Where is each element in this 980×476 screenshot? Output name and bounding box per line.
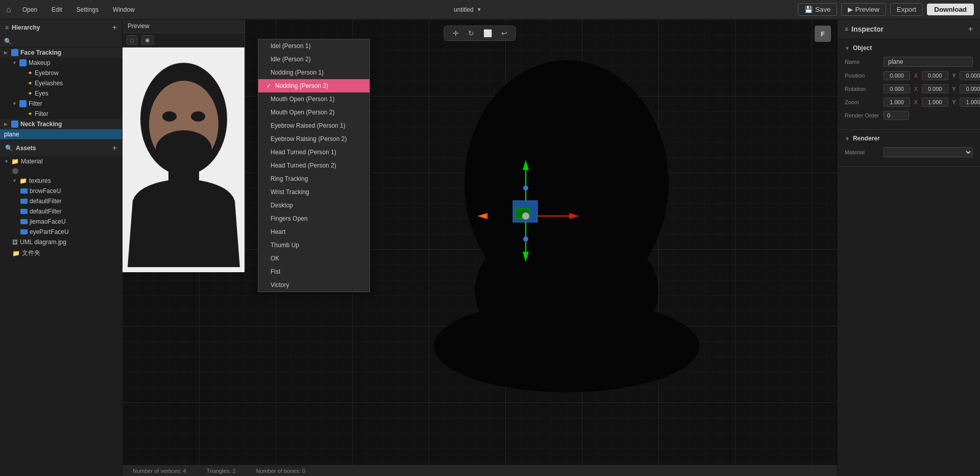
dropdown-item-victory[interactable]: Victory [258,278,370,292]
toolbar-3d-scale[interactable]: ⬜ [481,28,494,38]
asset-item-eyePartFaceU[interactable]: eyePartFaceU [0,227,122,237]
eyePartFaceU-icon [20,229,28,234]
home-icon[interactable]: ⌂ [6,5,11,14]
heart-label: Heart [271,228,285,235]
dropdown-item-eyebrow-raising-p2[interactable]: Eyebrow Raising (Person 2) [258,132,370,146]
dropdown-item-nodding-p1[interactable]: Nodding (Person 1) [258,66,370,79]
dropdown-item-eyebrow-raised-p1[interactable]: Eyebrow Raised (Person 1) [258,119,370,132]
dropdown-item-head-turned-p1[interactable]: Head Turned (Person 1) [258,146,370,159]
save-icon: 💾 [804,6,813,13]
name-input[interactable] [884,57,973,67]
zoom-x-input[interactable] [884,98,910,107]
save-button[interactable]: 💾 Save [798,3,837,16]
dropdown-item-fist[interactable]: Fist [258,265,370,278]
export-button[interactable]: Export [890,3,923,16]
dropdown-item-thumb-up[interactable]: Thumb Up [258,239,370,252]
dropdown-item-mouth-open-p2[interactable]: Mouth Open (Person 2) [258,106,370,119]
asset-item-jiemaoFaceU[interactable]: jiemaoFaceU [0,217,122,227]
face-tracking-icon [11,49,18,56]
tree-item-plane[interactable]: plane [0,129,122,139]
menu-edit[interactable]: Edit [48,4,65,15]
preview-button[interactable]: ▶ Preview [841,3,886,16]
material-select[interactable] [884,147,973,157]
filter-folder-label: Filter [29,100,42,107]
inspector-zoom-row: Zoom X Y Z [845,98,973,107]
dropdown-item-ring-tracking[interactable]: Ring Tracking [258,172,370,185]
tree-item-eyes[interactable]: ✦ Eyes [0,88,122,99]
preview-ctrl-circle[interactable]: ◉ [141,35,154,45]
hierarchy-search-row: 🔍 [0,36,122,47]
asset-item-uml-diagram[interactable]: 🖼 UML diagram.jpg [0,237,122,247]
dropdown-item-desktop[interactable]: Desktop [258,199,370,212]
asset-item-folder-cn[interactable]: 📁 文件夹 [0,247,122,259]
eyebrow-label: Eyebrow [35,69,59,77]
hierarchy-title: Hierarchy [12,24,40,31]
topbar: ⌂ Open Edit Settings Window untitled ▼ 💾… [0,0,980,19]
asset-item-browFaceU[interactable]: browFaceU [0,186,122,196]
asset-circle-icon [12,168,18,174]
browFaceU-label: browFaceU [30,187,61,195]
tree-item-filter-folder[interactable]: ▼ Filter [0,99,122,109]
ok-label: OK [271,255,279,262]
zoom-z-input[interactable] [960,98,980,107]
pos-x-input[interactable] [884,71,910,80]
rot-z-input[interactable] [960,84,980,93]
pos-y-input[interactable] [922,71,948,80]
pos-z-input[interactable] [960,71,980,80]
menu-settings[interactable]: Settings [74,4,102,15]
idle-p2-label: Idle (Person 2) [271,56,311,63]
tree-item-eyebrow[interactable]: ✦ Eyebrow [0,68,122,78]
inspector-name-row: Name [845,57,973,67]
tree-item-filter-item[interactable]: ✦ Filter [0,109,122,119]
dropdown-item-idle-p2[interactable]: Idle (Person 2) [258,53,370,66]
menu-open[interactable]: Open [19,4,40,15]
svg-point-24 [162,111,177,122]
asset-item-circle[interactable] [0,166,122,176]
render-order-input[interactable] [884,111,909,120]
neck-tracking-label: Neck Tracking [20,121,62,128]
preview-ctrl-square[interactable]: □ [127,35,137,45]
tree-item-neck-tracking[interactable]: ▶ Neck Tracking [0,119,122,129]
dropdown-item-ok[interactable]: OK [258,252,370,265]
preview-icon: ▶ [848,6,853,13]
hierarchy-add-button[interactable]: + [112,23,117,32]
toolbar-3d-transform[interactable]: ↩ [499,28,509,38]
asset-item-defaultFilter1[interactable]: defaultFilter [0,196,122,206]
dropdown-item-idel-p1[interactable]: Idel (Person 1) [258,39,370,53]
main-layout: ≡ Hierarchy + 🔍 ▶ Face Tracking ▼ Makeup [0,19,980,476]
zoom-x-axis: X [914,100,918,105]
asset-item-textures[interactable]: ▼ 📁 textures [0,176,122,186]
asset-item-defaultFilter2[interactable]: defaultFilter [0,206,122,217]
dropdown-item-fingers-open[interactable]: Fingers Open [258,212,370,225]
inspector-add-button[interactable]: + [968,25,973,34]
dropdown-item-mouth-open-p1[interactable]: Mouth Open (Person 1) [258,92,370,106]
toolbar-3d-move[interactable]: ✛ [451,28,461,38]
toolbar-3d-rotate[interactable]: ↻ [466,28,476,38]
menu-window[interactable]: Window [110,4,138,15]
dropdown-item-nodding-p2[interactable]: ✓ Nodding (Person 2) [258,79,370,92]
dropdown-item-wrist-tracking[interactable]: Wrist Tracking [258,185,370,199]
rot-x-input[interactable] [884,84,910,93]
dropdown-item-heart[interactable]: Heart [258,225,370,239]
assets-search-icon: 🔍 [5,145,13,152]
preview-person-svg [128,53,240,267]
viewport[interactable]: Preview □ ◉ [122,19,837,476]
tree-item-makeup[interactable]: ▼ Makeup [0,58,122,68]
wrist-tracking-label: Wrist Tracking [271,188,309,196]
makeup-label: Makeup [29,59,51,66]
f-badge: F [815,26,831,42]
object-section-header: ▼ Object [845,44,973,52]
topbar-actions: 💾 Save ▶ Preview Export Download [798,3,974,16]
fingers-open-label: Fingers Open [271,215,308,222]
title-dropdown-arrow[interactable]: ▼ [477,7,482,12]
tree-item-face-tracking[interactable]: ▶ Face Tracking [0,47,122,58]
asset-item-material[interactable]: ▼ 📁 Material [0,156,122,166]
pos-x-axis: X [914,73,918,79]
rot-y-input[interactable] [922,84,948,93]
download-button[interactable]: Download [927,4,974,15]
assets-add-button[interactable]: + [112,144,117,152]
tree-item-eyelashes[interactable]: ✦ Eyelashes [0,78,122,88]
dropdown-item-head-turned-p2[interactable]: Head Turned (Person 2) [258,159,370,172]
zoom-y-input[interactable] [922,98,948,107]
mouth-open-p1-label: Mouth Open (Person 1) [271,96,334,103]
